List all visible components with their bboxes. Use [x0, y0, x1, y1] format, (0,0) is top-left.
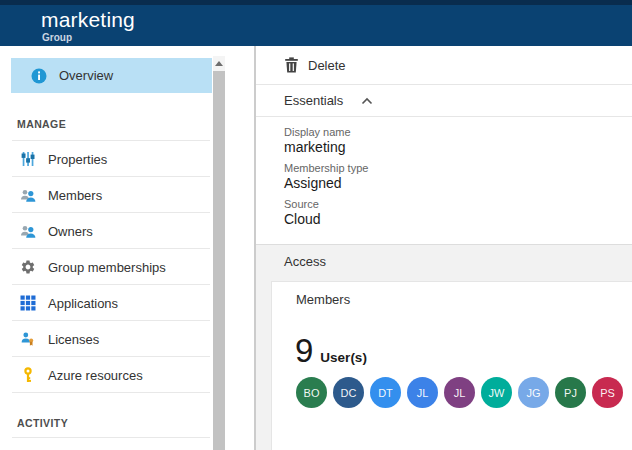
overview-blade: Delete Essentials Display name marketing…: [254, 46, 632, 450]
avatar[interactable]: JL: [407, 377, 438, 408]
person-badge-icon: [20, 331, 36, 347]
avatar-initials: JL: [454, 387, 466, 399]
info-icon: [31, 68, 47, 84]
field-label-display-name: Display name: [284, 126, 632, 138]
trash-icon: [284, 57, 299, 73]
access-section-title: Access: [284, 254, 326, 269]
avatar[interactable]: JG: [518, 377, 549, 408]
sidebar-section-manage: MANAGE: [17, 118, 66, 130]
sidebar-scrollbar[interactable]: [213, 56, 225, 450]
header-top-strip: [0, 0, 632, 5]
sidebar-item-applications[interactable]: Applications: [0, 285, 212, 321]
page-title: marketing: [41, 8, 135, 32]
avatar[interactable]: JL: [444, 377, 475, 408]
sidebar-item-label: Properties: [48, 152, 107, 167]
avatar[interactable]: DC: [333, 377, 364, 408]
essentials-header[interactable]: Essentials: [256, 85, 632, 117]
members-count-number: 9: [295, 334, 313, 367]
sidebar-item-label: Applications: [48, 296, 118, 311]
avatar-initials: JL: [417, 387, 429, 399]
members-card-title: Members: [296, 292, 350, 307]
avatar-initials: DC: [341, 387, 357, 399]
avatar-initials: JW: [489, 387, 505, 399]
field-value-source: Cloud: [284, 211, 632, 227]
gear-icon: [20, 259, 36, 275]
avatar-initials: PS: [600, 387, 615, 399]
members-card[interactable]: Members 9 User(s) BO DC DT JL JL JW JG P…: [271, 281, 632, 450]
sidebar-item-label: Licenses: [48, 332, 99, 347]
grid-icon: [20, 295, 36, 311]
sidebar-item-properties[interactable]: Properties: [0, 141, 212, 177]
field-label-membership-type: Membership type: [284, 162, 632, 174]
page-subtitle: Group: [42, 32, 72, 43]
sidebar-section-activity: ACTIVITY: [17, 417, 68, 429]
sidebar-nav-list: Properties Members Owners Group membersh…: [0, 141, 212, 393]
sidebar-item-label: Group memberships: [48, 260, 166, 275]
scrollbar-thumb[interactable]: [213, 71, 225, 450]
essentials-body: Display name marketing Membership type A…: [256, 117, 632, 227]
avatar-initials: PJ: [564, 387, 577, 399]
field-value-display-name: marketing: [284, 139, 632, 155]
sidebar-item-azure-resources[interactable]: Azure resources: [0, 357, 212, 393]
field-label-source: Source: [284, 198, 632, 210]
avatar[interactable]: BO: [296, 377, 327, 408]
key-icon: [20, 367, 36, 383]
people-icon: [20, 187, 36, 203]
delete-button-label: Delete: [308, 58, 346, 73]
avatar[interactable]: JW: [481, 377, 512, 408]
avatar[interactable]: PJ: [555, 377, 586, 408]
access-section: Access Members 9 User(s) BO DC DT JL JL …: [256, 244, 632, 450]
sidebar-item-label: Owners: [48, 224, 93, 239]
avatar[interactable]: DT: [370, 377, 401, 408]
scrollbar-up-arrow-icon[interactable]: [213, 56, 225, 70]
members-avatar-row: BO DC DT JL JL JW JG PJ PS: [296, 377, 623, 408]
sidebar-item-label: Azure resources: [48, 368, 143, 383]
delete-button[interactable]: Delete: [284, 57, 346, 73]
sidebar-item-group-memberships[interactable]: Group memberships: [0, 249, 212, 285]
members-count-unit: User(s): [320, 350, 367, 365]
sidebar-item-label: Members: [48, 188, 102, 203]
sidebar-item-members[interactable]: Members: [0, 177, 212, 213]
essentials-title: Essentials: [284, 93, 343, 108]
chevron-up-icon[interactable]: [361, 97, 373, 105]
avatar[interactable]: PS: [592, 377, 623, 408]
avatar-initials: BO: [304, 387, 320, 399]
sliders-icon: [20, 151, 36, 167]
people-icon: [20, 223, 36, 239]
divider: [12, 437, 210, 438]
field-value-membership-type: Assigned: [284, 175, 632, 191]
members-count: 9 User(s): [295, 334, 367, 367]
avatar-initials: JG: [526, 387, 540, 399]
sidebar-item-overview[interactable]: Overview: [11, 58, 212, 93]
sidebar-item-label: Overview: [59, 68, 113, 83]
sidebar-item-licenses[interactable]: Licenses: [0, 321, 212, 357]
toolbar: Delete: [256, 46, 632, 85]
avatar-initials: DT: [378, 387, 393, 399]
sidebar: Overview MANAGE Properties Members: [0, 46, 212, 450]
blade-header: marketing Group: [0, 0, 632, 46]
sidebar-item-owners[interactable]: Owners: [0, 213, 212, 249]
group-blade: marketing Group Overview MANAGE Properti…: [0, 0, 632, 450]
